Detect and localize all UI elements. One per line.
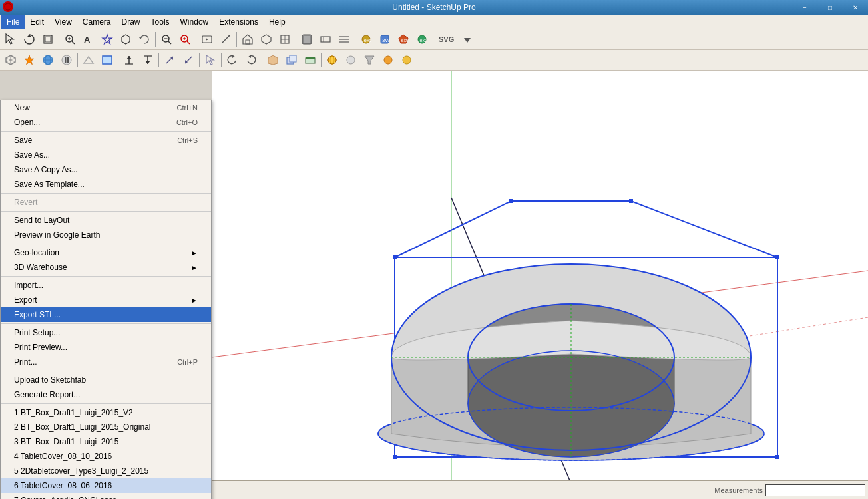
menu-open[interactable]: Open... Ctrl+O [1, 115, 211, 130]
tb-component[interactable] [39, 31, 57, 48]
menu-recent-5[interactable]: 5 2Dtabletcover_Type3_Luigi_2_2015 [1, 464, 211, 478]
minimize-button[interactable]: − [792, 0, 817, 15]
tb-star[interactable] [99, 31, 116, 48]
menu-new[interactable]: New Ctrl+N [1, 100, 211, 115]
tb2-group[interactable] [283, 51, 300, 69]
tb2-shape2[interactable] [99, 51, 116, 69]
tb2-redo[interactable] [242, 51, 260, 69]
tb-zoom-out[interactable] [158, 31, 175, 48]
svg-text:A: A [84, 35, 91, 45]
menu-print-setup[interactable]: Print Setup... [1, 325, 211, 340]
tb2-filter[interactable] [361, 51, 378, 69]
maximize-button[interactable]: □ [817, 0, 843, 15]
tb2-earth[interactable] [39, 51, 57, 69]
tb-iso[interactable] [258, 31, 275, 48]
tb2-arrow-up-right[interactable] [161, 51, 178, 69]
tb2-cube[interactable] [2, 51, 19, 69]
menu-3d-warehouse[interactable]: 3D Warehouse ► [1, 260, 211, 275]
menu-camera[interactable]: Camera [77, 15, 116, 29]
tb-ext3[interactable]: ext [395, 31, 412, 48]
tb-ext2[interactable]: 3W [376, 31, 393, 48]
menu-generate-report[interactable]: Generate Report... [1, 387, 211, 402]
svg-rect-106 [775, 455, 779, 459]
menu-recent-4[interactable]: 4 TabletCover_08_10_2016 [1, 449, 211, 464]
tb-arrow-ext[interactable] [459, 31, 476, 48]
menu-save-as-template[interactable]: Save As Template... [1, 177, 211, 192]
menu-recent-3[interactable]: 3 BT_Box_Draft1_Luigi_2015 [1, 434, 211, 449]
menu-file[interactable]: File [1, 15, 25, 29]
dd-sep-6 [1, 323, 211, 324]
tb-zoom[interactable] [61, 31, 79, 48]
menu-draw[interactable]: Draw [116, 15, 146, 29]
tb-rotate-model[interactable] [21, 31, 38, 48]
tb-house[interactable] [239, 31, 256, 48]
menu-print[interactable]: Print... Ctrl+P [1, 355, 211, 369]
menu-recent-2[interactable]: 2 BT_Box_Draft1_Luigi_2015_Original [1, 420, 211, 434]
tb-render2[interactable] [317, 31, 334, 48]
menu-upload-sketchfab[interactable]: Upload to Sketchfab [1, 373, 211, 387]
menu-view[interactable]: View [49, 15, 77, 29]
tb2-shape1[interactable] [80, 51, 97, 69]
svg-marker-12 [139, 37, 142, 39]
menu-revert: Revert [1, 195, 211, 210]
tb2-sphere4[interactable] [398, 51, 415, 69]
tb2-undo[interactable] [224, 51, 241, 69]
tb2-pause[interactable] [58, 51, 75, 69]
menu-preview-google-earth[interactable]: Preview in Google Earth [1, 228, 211, 242]
tb-ext1[interactable]: ext [357, 31, 375, 48]
tb2-sep-3 [158, 53, 159, 67]
menu-print-preview[interactable]: Print Preview... [1, 340, 211, 355]
tb2-move-down[interactable] [139, 51, 156, 69]
tb-text[interactable]: A [80, 31, 97, 48]
window-controls: − □ ✕ [792, 0, 868, 15]
tb-ext4[interactable]: ext [413, 31, 431, 48]
close-button[interactable]: ✕ [843, 0, 868, 15]
svg-marker-50 [25, 55, 34, 65]
menu-save-copy-as[interactable]: Save A Copy As... [1, 162, 211, 177]
tb2-section[interactable] [302, 51, 319, 69]
svg-point-82 [384, 56, 392, 64]
menu-recent-6[interactable]: 6 TabletCover_08_06_2016 [1, 478, 211, 493]
tb-hex[interactable] [117, 31, 134, 48]
svg-point-83 [403, 56, 411, 64]
tb2-cursor[interactable] [202, 51, 219, 69]
tb-render3[interactable] [335, 31, 353, 48]
menu-extensions[interactable]: Extensions [214, 15, 264, 29]
menu-edit[interactable]: Edit [25, 15, 49, 29]
menu-import[interactable]: Import... [1, 278, 211, 293]
dd-sep-8 [1, 403, 211, 404]
menu-save-as[interactable]: Save As... [1, 148, 211, 162]
dd-sep-3 [1, 211, 211, 212]
menu-window[interactable]: Window [175, 15, 214, 29]
tb-svg-label[interactable]: SVG [435, 31, 457, 48]
menu-geo-location[interactable]: Geo-location ► [1, 246, 211, 260]
tb2-sep-5 [221, 53, 222, 67]
svg-text:ext: ext [401, 38, 407, 43]
tb-render1[interactable] [298, 31, 316, 48]
menu-tools[interactable]: Tools [146, 15, 175, 29]
menu-save[interactable]: Save Ctrl+S [1, 133, 211, 148]
tb2-material[interactable] [264, 51, 282, 69]
measurements-input[interactable] [765, 484, 865, 496]
tb-pan[interactable] [176, 31, 194, 48]
tb-refresh[interactable] [136, 31, 153, 48]
tb-camera-walk[interactable] [217, 31, 234, 48]
tb2-sphere3[interactable] [379, 51, 397, 69]
tb2-sphere2[interactable] [342, 51, 359, 69]
menu-export[interactable]: Export ► [1, 293, 211, 307]
menu-recent-1[interactable]: 1 BT_Box_Draft1_Luigi_2015_V2 [1, 405, 211, 420]
tb2-arrow-down-left[interactable] [180, 51, 197, 69]
tb-top[interactable] [276, 31, 294, 48]
tb2-sphere1[interactable] [324, 51, 341, 69]
tb-camera-prev[interactable] [198, 31, 216, 48]
menu-export-stl[interactable]: Export STL... [1, 307, 211, 322]
tb-select[interactable] [2, 31, 19, 48]
menu-send-to-layout[interactable]: Send to LayOut [1, 213, 211, 228]
tb2-star[interactable] [21, 51, 38, 69]
tb2-move-up[interactable] [120, 51, 138, 69]
svg-rect-107 [509, 199, 513, 203]
menu-recent-7[interactable]: 7 Covers_Acrylic_CNCLaser [1, 493, 211, 499]
svg-rect-74 [290, 55, 296, 62]
menu-help[interactable]: Help [264, 15, 291, 29]
tb2-sep-2 [118, 53, 118, 67]
